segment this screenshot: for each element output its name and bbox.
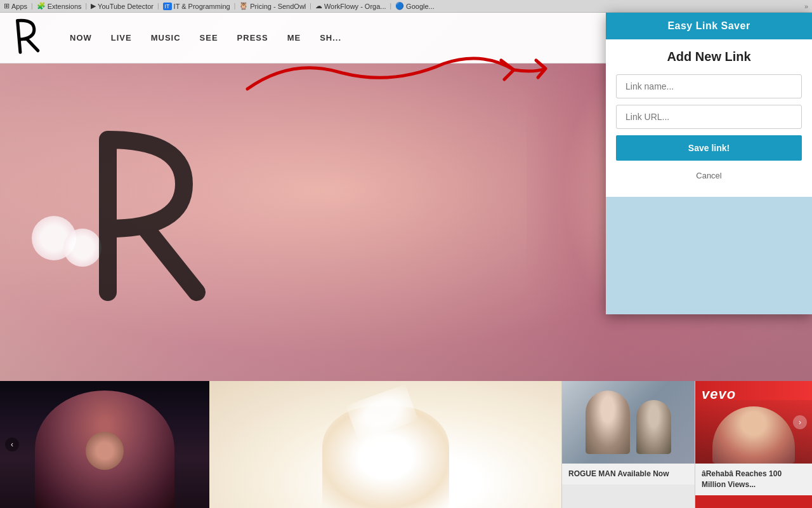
google-icon: 🔵 [395,2,404,10]
sendowl-icon: 🦉 [239,2,248,10]
left-arrow-button[interactable]: ‹ [5,438,19,451]
tab-separator-6: | [390,3,392,10]
rogue-figures [576,381,681,464]
vevo-top: vevo › [695,381,812,464]
tab-it[interactable]: IT IT & Programming [163,3,230,10]
nav-see[interactable]: SEE [200,33,218,43]
thumbnails-row: ‹ ROGUE MAN Available Now [0,381,812,508]
tab-sendowl[interactable]: 🦉 Pricing - SendOwl [239,2,306,10]
cancel-button[interactable]: Cancel [616,164,802,187]
nav-live[interactable]: LIVE [111,33,132,43]
rogue-man-thumbnail[interactable]: ROGUE MAN Available Now [561,381,695,508]
vevo-label: âRehabâ Reaches 100 Million Views... [702,469,806,490]
nav-now[interactable]: NOW [70,33,92,43]
easy-link-saver-popup: Easy Link Saver Add New Link Save link! … [606,13,812,314]
nav-music[interactable]: MUSIC [151,33,181,43]
tab-extend: » [804,3,808,10]
nav-me[interactable]: ME [287,33,301,43]
nav-press[interactable]: PRESS [237,33,268,43]
workflowy-icon: ☁ [315,2,322,10]
popup-bottom-area [606,197,812,314]
rogue-label: ROGUE MAN Available Now [568,469,688,479]
youtube-icon: ▶ [91,2,96,10]
save-link-button[interactable]: Save link! [616,135,802,161]
tab-separator-3: | [157,3,159,10]
extensions-icon: 🧩 [37,2,46,10]
milk-splash [209,381,561,508]
site-logo [11,15,46,60]
popup-header: Easy Link Saver [606,13,812,39]
rogue-bg [562,381,695,464]
tab-google[interactable]: 🔵 Google... [395,2,435,10]
browser-tabs-bar: ⊞ Apps | 🧩 Extensions | ▶ YouTube Detect… [0,0,812,13]
tab-separator-5: | [310,3,311,10]
tab-workflowy[interactable]: ☁ WorkFlowy - Orga... [315,2,386,10]
apps-icon: ⊞ [4,2,10,10]
vevo-thumbnail[interactable]: vevo › âRehabâ Reaches 100 Million Views… [695,381,812,508]
tab-youtube[interactable]: ▶ YouTube Detector [91,2,154,10]
tab-separator-2: | [86,3,88,10]
link-name-input[interactable] [616,74,802,98]
nav-sh[interactable]: SH... [320,33,341,43]
right-arrow-button[interactable]: › [793,415,807,429]
popup-header-title: Easy Link Saver [667,20,750,31]
it-icon: IT [163,3,172,10]
big-r-logo [89,127,228,326]
splash-thumbnail [209,381,561,508]
popup-form-title: Add New Link [616,50,802,64]
rogue-text-box: ROGUE MAN Available Now [562,464,695,485]
link-url-input[interactable] [616,105,802,129]
popup-body: Add New Link Save link! Cancel [606,39,812,197]
tab-separator-4: | [234,3,236,10]
tab-separator: | [31,3,33,10]
tab-extensions[interactable]: 🧩 Extensions [37,2,82,10]
portrait-thumbnail: ‹ [0,381,209,508]
vevo-text-box: âRehabâ Reaches 100 Million Views... [695,464,812,495]
tab-apps[interactable]: ⊞ Apps [4,2,27,10]
